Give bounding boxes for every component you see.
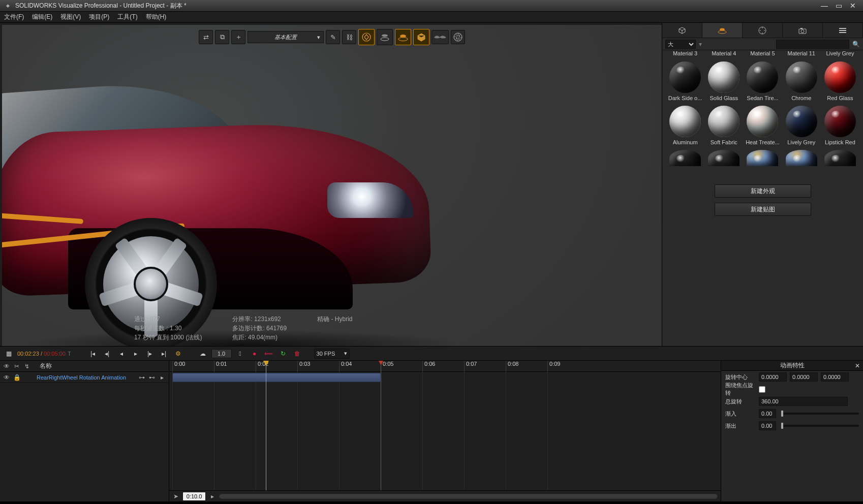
search-input[interactable] [776, 40, 849, 49]
total-rot-label: 总旋转 [725, 398, 756, 405]
tab-library-icon[interactable] [823, 23, 863, 38]
prev-key-icon[interactable]: ◂| [102, 348, 113, 359]
render-mode-accurate-icon[interactable] [395, 29, 411, 45]
loop-icon[interactable]: ↻ [278, 348, 289, 359]
key-end-icon[interactable]: ⊷ [148, 374, 156, 381]
playhead[interactable] [266, 361, 266, 490]
turntable-icon[interactable] [377, 29, 393, 45]
scissors-col-icon[interactable]: ✂ [13, 363, 20, 370]
track-row[interactable]: 👁 🔒 RearRightWheel Rotation Animation ⊶ … [0, 372, 169, 383]
orbit-focus-checkbox[interactable] [759, 386, 765, 393]
material-item[interactable] [784, 150, 819, 166]
material-item[interactable]: Lively Grey [822, 50, 858, 58]
material-item[interactable]: Material 5 [745, 50, 780, 58]
track-lock-icon[interactable]: 🔒 [13, 374, 20, 381]
go-end-icon[interactable]: ▸| [159, 348, 170, 359]
material-item[interactable]: Lively Grey [784, 106, 819, 147]
track-list: 👁 ✂ ↯ 名称 👁 🔒 RearRightWheel Rotation Ani… [0, 361, 169, 501]
menu-edit[interactable]: 编辑(E) [32, 13, 52, 21]
trash-icon[interactable]: 🗑 [292, 348, 303, 359]
menu-help[interactable]: 帮助(H) [146, 13, 167, 21]
material-item[interactable]: Soft Fabric [706, 106, 742, 147]
expand-icon[interactable]: ▸ [159, 374, 166, 381]
menu-file[interactable]: 文件(F) [4, 13, 24, 21]
material-item[interactable]: Aluminum [667, 106, 703, 147]
motion-icon[interactable]: 𓃵 [235, 348, 246, 359]
menu-view[interactable]: 视图(V) [60, 13, 81, 21]
material-item[interactable]: Dark Side o... [667, 61, 703, 103]
ease-out-slider[interactable] [781, 425, 859, 427]
size-filter-dropdown[interactable]: 大 [665, 40, 696, 49]
pivot-x-input[interactable] [759, 372, 787, 382]
material-item[interactable]: Heat Treate... [745, 106, 780, 147]
timeline-scrollbar[interactable] [219, 494, 718, 499]
edit-icon[interactable]: ✎ [326, 30, 340, 44]
material-item[interactable]: Lipstick Red [822, 106, 858, 147]
minimize-button[interactable]: — [817, 1, 831, 11]
pivot-y-input[interactable] [790, 372, 818, 382]
pivot-z-input[interactable] [821, 372, 849, 382]
material-item[interactable]: Solid Glass [706, 61, 742, 103]
material-item[interactable]: Sedan Tire... [745, 61, 780, 103]
ease-in-slider[interactable] [781, 413, 859, 415]
play-icon[interactable]: ▸ [130, 348, 141, 359]
record-icon[interactable]: ● [249, 348, 260, 359]
ease-in-input[interactable] [759, 409, 776, 418]
material-item[interactable] [667, 150, 703, 166]
key-start-icon[interactable]: ⊶ [138, 374, 145, 381]
ease-out-input[interactable] [759, 421, 776, 430]
timeline-tracks[interactable]: 0:00 0:01 0:02 0:03 0:04 0:05 0:06 0:07 … [169, 361, 721, 501]
new-texture-button[interactable]: 新建贴图 [715, 203, 811, 216]
viewport[interactable]: ⇄ ⧉ ＋ 基本配置 ✎ ⛓ [2, 25, 662, 346]
tab-models-icon[interactable] [662, 23, 702, 38]
goto-time-input[interactable]: 0:10.0 [182, 492, 206, 501]
material-item[interactable]: Chrome [784, 61, 819, 103]
render-quality-fast-icon[interactable] [358, 29, 375, 45]
time-ruler[interactable]: 0:00 0:01 0:02 0:03 0:04 0:05 0:06 0:07 … [169, 361, 721, 372]
settings-gear-icon[interactable]: ⚙ [173, 348, 184, 359]
end-marker[interactable] [381, 361, 381, 490]
track-visible-icon[interactable]: 👁 [3, 374, 10, 381]
go-start-icon[interactable]: |◂ [87, 348, 99, 359]
goto-play-icon[interactable]: ▸ [209, 493, 216, 500]
material-item[interactable]: Material 3 [667, 50, 703, 58]
render-mode-box-icon[interactable] [413, 29, 429, 45]
new-appearance-button[interactable]: 新建外观 [715, 184, 811, 198]
search-icon[interactable]: 🔍 [852, 41, 860, 48]
link-col-icon[interactable]: ↯ [23, 363, 30, 370]
aperture-icon[interactable] [451, 30, 465, 44]
configuration-dropdown[interactable]: 基本配置 [248, 31, 324, 43]
tab-scenes-icon[interactable] [743, 23, 783, 38]
grid-icon[interactable]: ▦ [3, 348, 14, 359]
menu-project[interactable]: 项目(P) [89, 13, 109, 21]
recycle-icon[interactable]: ⇄ [199, 30, 213, 44]
go-arrow-icon[interactable]: ➤ [172, 493, 179, 500]
keyframe-back-icon[interactable]: ⟸ [263, 348, 274, 359]
total-rot-input[interactable] [759, 397, 848, 406]
close-panel-icon[interactable]: ✕ [855, 362, 860, 369]
next-key-icon[interactable]: |▸ [144, 348, 156, 359]
tab-appearances-icon[interactable] [702, 23, 743, 38]
wings-icon[interactable] [431, 30, 449, 44]
material-item[interactable] [822, 150, 858, 166]
visibility-col-icon[interactable]: 👁 [3, 363, 10, 370]
copy-icon[interactable]: ⧉ [215, 30, 229, 44]
material-item[interactable]: Red Glass [822, 61, 858, 103]
speed-input[interactable]: 1.0 [211, 349, 232, 358]
animation-clip[interactable] [172, 373, 381, 382]
svg-point-5 [454, 33, 462, 41]
play-back-icon[interactable]: ◂ [116, 348, 127, 359]
maximize-button[interactable]: ▭ [831, 1, 846, 11]
material-item[interactable] [706, 150, 742, 166]
tab-cameras-icon[interactable] [783, 23, 823, 38]
add-icon[interactable]: ＋ [231, 30, 245, 44]
fps-dropdown[interactable]: 30 FPS▾ [314, 349, 350, 359]
material-item[interactable] [745, 150, 780, 166]
material-item[interactable]: Material 4 [706, 50, 742, 58]
menu-tools[interactable]: 工具(T) [117, 13, 137, 21]
link-icon[interactable]: ⛓ [342, 30, 356, 44]
close-button[interactable]: ✕ [846, 1, 860, 11]
title-bar: ◆ SOLIDWORKS Visualize Professional - Un… [0, 0, 863, 12]
cloud-icon[interactable]: ☁ [197, 348, 208, 359]
material-item[interactable]: Material 11 [784, 50, 819, 58]
